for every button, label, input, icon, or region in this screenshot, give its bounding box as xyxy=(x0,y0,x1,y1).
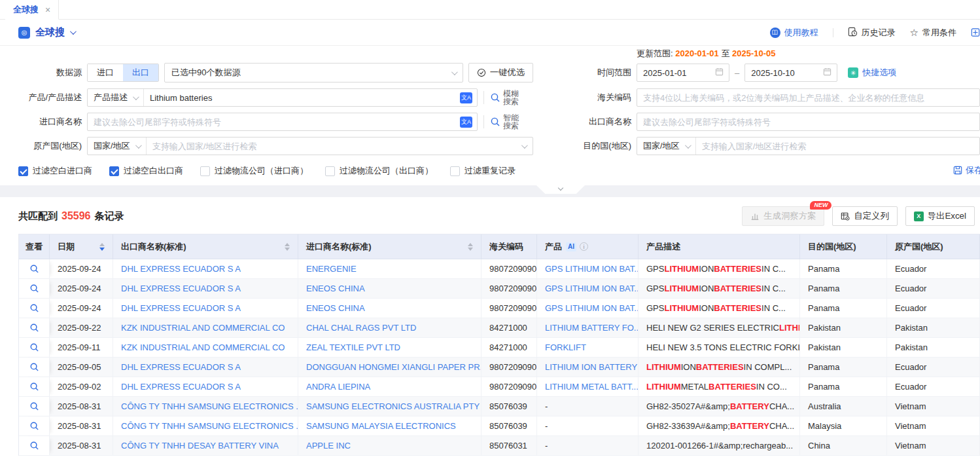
filter-checkbox[interactable]: 过滤空白进口商 xyxy=(18,165,92,177)
destination-cell: Panama xyxy=(800,358,887,377)
exporter-link[interactable]: DHL EXPRESS ECUADOR S A xyxy=(113,299,298,318)
saved-conditions-button[interactable]: ☆ 常用条件 xyxy=(910,27,956,39)
checkbox-icon[interactable] xyxy=(109,166,119,176)
exporter-link[interactable]: DHL EXPRESS ECUADOR S A xyxy=(113,279,298,299)
origin-type-select[interactable]: 国家/地区 xyxy=(88,138,147,155)
importer-link[interactable]: DONGGUAN HONGMEI XIANGLI PAPER PR... xyxy=(298,358,481,377)
exporter-link[interactable]: CÔNG TY TNHH SAMSUNG ELECTRONICS ... xyxy=(113,416,298,436)
filter-checkbox[interactable]: 过滤空白出口商 xyxy=(109,165,183,177)
chevron-down-icon xyxy=(521,142,528,149)
product-link[interactable]: LITHIUM ION BATTERY xyxy=(537,358,639,377)
export-toggle[interactable]: 出口 xyxy=(123,64,158,81)
product-link[interactable]: - xyxy=(537,416,639,436)
clipped-menu-item[interactable] xyxy=(971,28,980,37)
view-record-button[interactable] xyxy=(19,377,50,397)
importer-link[interactable]: ANDRA LIEPINA xyxy=(298,377,481,397)
info-icon[interactable]: i xyxy=(580,242,588,251)
exporter-link[interactable]: DHL EXPRESS ECUADOR S A xyxy=(113,377,298,397)
generate-insight-button[interactable]: 生成洞察方案 NEW xyxy=(742,206,824,226)
product-link[interactable]: LITHIUM METAL BATT... xyxy=(537,377,639,397)
destination-cell: Panama xyxy=(800,279,887,299)
smart-search-button[interactable]: 智能搜索 xyxy=(483,114,533,130)
save-condition-button[interactable]: 保存 xyxy=(953,164,980,176)
product-link[interactable]: - xyxy=(537,397,639,416)
product-link[interactable]: GPS LITHIUM ION BAT... xyxy=(537,299,639,318)
product-type-select[interactable]: 产品描述 xyxy=(88,89,144,106)
product-link[interactable]: FORKLIFT xyxy=(537,338,639,358)
product-link[interactable]: LITHIUM BATTERY FO... xyxy=(537,318,639,338)
exporter-link[interactable]: CÔNG TY TNHH DESAY BATTERY VINA xyxy=(113,436,298,456)
exporter-input[interactable] xyxy=(637,113,979,130)
product-desc-cell: HELI NEW 3.5 TONS ELECTRIC FORKL... xyxy=(639,338,800,358)
search-icon xyxy=(29,303,39,313)
col-importer[interactable]: 进口商名称(标准) xyxy=(298,234,481,259)
tab-global-search[interactable]: 全球搜 × xyxy=(5,0,59,20)
close-icon[interactable]: × xyxy=(45,5,50,15)
col-exporter[interactable]: 出口商名称(标准) xyxy=(113,234,298,259)
view-record-button[interactable] xyxy=(19,279,50,299)
import-toggle[interactable]: 进口 xyxy=(88,64,123,81)
quick-options-button[interactable]: ✳ 快捷选项 xyxy=(848,67,896,79)
product-link[interactable]: GPS LITHIUM ION BAT... xyxy=(537,279,639,299)
date-cell: 2025-09-24 xyxy=(50,299,113,318)
view-record-button[interactable] xyxy=(19,259,50,279)
view-record-button[interactable] xyxy=(19,338,50,358)
exporter-link[interactable]: DHL EXPRESS ECUADOR S A xyxy=(113,358,298,377)
product-link[interactable]: GPS LITHIUM ION BAT... xyxy=(537,259,639,279)
importer-input[interactable] xyxy=(88,113,460,130)
data-source-dropdown[interactable]: 已选中90个数据源 xyxy=(165,64,463,82)
date-from-input[interactable] xyxy=(637,64,715,81)
date-to-field[interactable] xyxy=(744,64,837,82)
checkbox-icon[interactable] xyxy=(18,166,28,176)
hs-code-input[interactable] xyxy=(637,89,979,106)
destination-country-input[interactable] xyxy=(696,138,979,155)
col-destination: 目的国(地区) xyxy=(800,234,887,259)
importer-link[interactable]: SAMSUNG ELECTRONICS AUSTRALIA PTY xyxy=(298,397,481,416)
importer-link[interactable]: ENEOS CHINA xyxy=(298,279,481,299)
product-input[interactable] xyxy=(144,89,460,106)
importer-link[interactable]: APPLE INC xyxy=(298,436,481,456)
filter-checkbox[interactable]: 过滤重复记录 xyxy=(450,165,516,177)
importer-link[interactable]: ZEAL TEXTILE PVT LTD xyxy=(298,338,481,358)
view-record-button[interactable] xyxy=(19,416,50,436)
exporter-link[interactable]: DHL EXPRESS ECUADOR S A xyxy=(113,259,298,279)
date-cell: 2025-09-02 xyxy=(50,377,113,397)
product-link[interactable]: - xyxy=(537,436,639,456)
checkbox-icon[interactable] xyxy=(200,166,210,176)
hs-code-cell: 85076039 xyxy=(481,416,537,436)
date-to-input[interactable] xyxy=(745,64,823,81)
customize-columns-button[interactable]: 自定义列 xyxy=(832,206,897,226)
filter-checkbox[interactable]: 过滤物流公司（进口商） xyxy=(200,165,308,177)
hs-code-cell: 9807209090 xyxy=(481,358,537,377)
view-record-button[interactable] xyxy=(19,318,50,338)
filter-checkbox[interactable]: 过滤物流公司（出口商） xyxy=(325,165,433,177)
view-record-button[interactable] xyxy=(19,436,50,456)
checkbox-icon[interactable] xyxy=(325,166,335,176)
exporter-link[interactable]: KZK INDUSTRIAL AND COMMERCIAL CO xyxy=(113,338,298,358)
exporter-link[interactable]: KZK INDUSTRIAL AND COMMERCIAL CO xyxy=(113,318,298,338)
view-record-button[interactable] xyxy=(19,397,50,416)
history-button[interactable]: 历史记录 xyxy=(848,27,896,39)
tutorial-button[interactable]: 使用教程 xyxy=(770,27,818,39)
app-icon: ◎ xyxy=(18,27,30,39)
col-date[interactable]: 日期 xyxy=(50,234,113,259)
fuzzy-search-button[interactable]: 模糊搜索 xyxy=(483,90,533,105)
translate-icon[interactable]: 文A xyxy=(460,117,472,128)
hs-code-cell: 9807209090 xyxy=(481,377,537,397)
origin-country-input[interactable] xyxy=(147,138,520,155)
exporter-link[interactable]: CÔNG TY TNHH SAMSUNG ELECTRONICS ... xyxy=(113,397,298,416)
chevron-down-icon[interactable] xyxy=(70,28,77,35)
importer-link[interactable]: ENERGENIE xyxy=(298,259,481,279)
date-from-field[interactable] xyxy=(637,64,729,82)
one-click-optimize-button[interactable]: 一键优选 xyxy=(468,63,533,83)
importer-link[interactable]: SAMSUNG MALAYSIA ELECTRONICS xyxy=(298,416,481,436)
destination-type-select[interactable]: 国家/地区 xyxy=(637,138,696,155)
view-record-button[interactable] xyxy=(19,299,50,318)
importer-link[interactable]: ENEOS CHINA xyxy=(298,299,481,318)
export-excel-button[interactable]: X 导出Excel xyxy=(905,206,975,226)
checkbox-icon[interactable] xyxy=(450,166,460,176)
view-record-button[interactable] xyxy=(19,358,50,377)
translate-icon[interactable]: 文A xyxy=(460,92,472,103)
importer-link[interactable]: CHAL CHAL RAGS PVT LTD xyxy=(298,318,481,338)
collapse-form-button[interactable] xyxy=(536,185,585,194)
